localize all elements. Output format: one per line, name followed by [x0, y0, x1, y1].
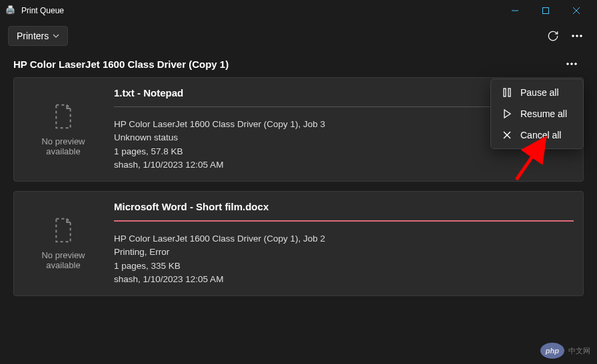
svg-point-6 — [580, 35, 582, 37]
window-controls — [500, 0, 592, 21]
menu-label: Pause all — [520, 87, 559, 98]
file-icon — [53, 217, 74, 244]
watermark: php 中文网 — [540, 343, 590, 359]
printer-header: HP Color LaserJet 1600 Class Driver (Cop… — [0, 51, 597, 77]
file-icon — [53, 103, 74, 130]
printers-dropdown[interactable]: Printers — [8, 26, 68, 46]
menu-label: Cancel all — [520, 130, 561, 140]
watermark-badge: php — [540, 343, 564, 359]
printer-name: HP Color LaserJet 1600 Class Driver (Cop… — [13, 59, 560, 70]
refresh-button[interactable] — [541, 24, 565, 48]
svg-point-7 — [567, 63, 569, 65]
refresh-icon — [547, 30, 559, 42]
divider — [114, 220, 574, 222]
svg-point-4 — [572, 35, 574, 37]
chevron-down-icon — [53, 34, 59, 38]
play-icon — [502, 108, 512, 119]
watermark-text: 中文网 — [568, 346, 590, 356]
window-title: Print Queue — [21, 6, 500, 15]
job-status-line: Printing, Error — [114, 246, 574, 259]
svg-rect-10 — [504, 89, 506, 96]
close-button[interactable] — [561, 0, 592, 21]
job-body: Microsoft Word - Short film.docx HP Colo… — [103, 201, 574, 286]
job-item[interactable]: No previewavailable Microsoft Word - Sho… — [13, 191, 584, 296]
job-size-line: 1 pages, 335 KB — [114, 260, 574, 273]
titlebar: 🖨️ Print Queue — [0, 0, 597, 21]
more-button[interactable] — [565, 24, 589, 48]
job-title: Microsoft Word - Short film.docx — [114, 201, 574, 212]
menu-resume-all[interactable]: Resume all — [494, 103, 580, 124]
context-menu: Pause all Resume all Cancel all — [490, 79, 584, 149]
printers-label: Printers — [17, 31, 49, 41]
maximize-button[interactable] — [530, 0, 561, 21]
job-printer-line: HP Color LaserJet 1600 Class Driver (Cop… — [114, 232, 574, 246]
job-preview: No previewavailable — [23, 201, 103, 286]
more-icon — [572, 35, 582, 37]
toolbar: Printers — [0, 21, 597, 51]
pause-icon — [502, 87, 512, 98]
minimize-button[interactable] — [500, 0, 530, 21]
job-preview: No previewavailable — [23, 87, 103, 172]
more-icon — [566, 63, 577, 65]
svg-rect-11 — [508, 89, 510, 96]
job-owner-line: shash, 1/10/2023 12:05 AM — [114, 158, 574, 172]
svg-point-5 — [576, 35, 578, 37]
svg-point-8 — [571, 63, 573, 65]
printer-more-button[interactable] — [560, 52, 584, 76]
app-icon: 🖨️ — [5, 5, 16, 16]
svg-rect-1 — [543, 8, 549, 14]
job-owner-line: shash, 1/10/2023 12:05 AM — [114, 273, 574, 286]
menu-pause-all[interactable]: Pause all — [494, 82, 580, 103]
close-icon — [502, 130, 512, 140]
menu-cancel-all[interactable]: Cancel all — [494, 124, 580, 146]
menu-label: Resume all — [520, 108, 567, 119]
svg-point-9 — [575, 63, 577, 65]
